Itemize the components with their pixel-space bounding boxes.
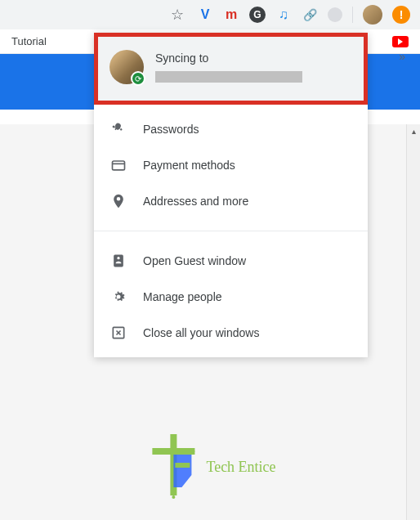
svg-rect-7 [175,463,190,468]
extension-icon-g[interactable]: G [249,7,266,23]
menu-label: Passwords [143,123,199,136]
menu-label: Addresses and more [143,195,248,208]
svg-point-10 [172,435,175,438]
sync-text-block: Syncing to [155,50,352,83]
menu-addresses[interactable]: Addresses and more [94,183,368,219]
menu-label: Payment methods [143,159,235,172]
menu-label: Open Guest window [143,254,246,267]
watermark: Tech Entice [144,430,275,504]
svg-point-11 [172,495,175,499]
alert-badge-icon[interactable]: ! [392,6,410,24]
youtube-icon[interactable] [392,36,409,47]
sync-badge-icon: ⟳ [131,71,145,86]
sync-title: Syncing to [155,52,352,65]
chevron-icon: » [399,50,405,63]
bookmark-star-icon[interactable]: ☆ [171,6,184,24]
extension-link-icon[interactable]: 🔗 [302,7,318,23]
pin-icon [110,193,127,209]
menu-close-windows[interactable]: Close all your windows [94,315,368,351]
extension-icon-m[interactable]: m [223,7,239,23]
profile-menu: ⟳ Syncing to Passwords Payment methods A… [94,33,368,357]
close-icon [110,325,127,341]
card-icon [110,157,127,173]
key-icon [110,121,127,137]
extension-music-icon[interactable]: ♫ [275,7,292,23]
guest-icon [110,253,127,269]
menu-label: Close all your windows [143,326,259,339]
menu-manage-people[interactable]: Manage people [94,279,368,315]
gear-icon [110,289,127,305]
profile-avatar-wrap: ⟳ [109,50,144,84]
sync-header[interactable]: ⟳ Syncing to [94,33,368,105]
browser-toolbar: ☆ V m G ♫ 🔗 ! [0,0,420,29]
svg-point-9 [191,450,194,453]
bookmark-overflow[interactable]: » [399,49,405,64]
svg-point-8 [153,450,156,453]
svg-rect-0 [113,161,125,170]
menu-passwords[interactable]: Passwords [94,111,368,147]
extension-icon-v[interactable]: V [197,7,213,23]
toolbar-divider [352,7,353,23]
svg-rect-6 [152,448,194,455]
extension-circle-icon[interactable] [328,7,342,22]
menu-guest-window[interactable]: Open Guest window [94,243,368,279]
watermark-logo-icon [144,430,201,504]
scrollbar-up-icon[interactable]: ▴ [407,124,420,138]
menu-payment-methods[interactable]: Payment methods [94,147,368,183]
profile-avatar-icon[interactable] [363,5,382,25]
bookmark-tutorial[interactable]: Tutorial [11,35,47,47]
menu-section-1: Passwords Payment methods Addresses and … [94,105,368,226]
menu-section-2: Open Guest window Manage people Close al… [94,236,368,357]
scrollbar[interactable]: ▴ [406,124,420,520]
menu-divider [94,231,368,231]
watermark-text: Tech Entice [206,459,275,476]
menu-label: Manage people [143,290,222,303]
sync-email-redacted [155,71,302,83]
